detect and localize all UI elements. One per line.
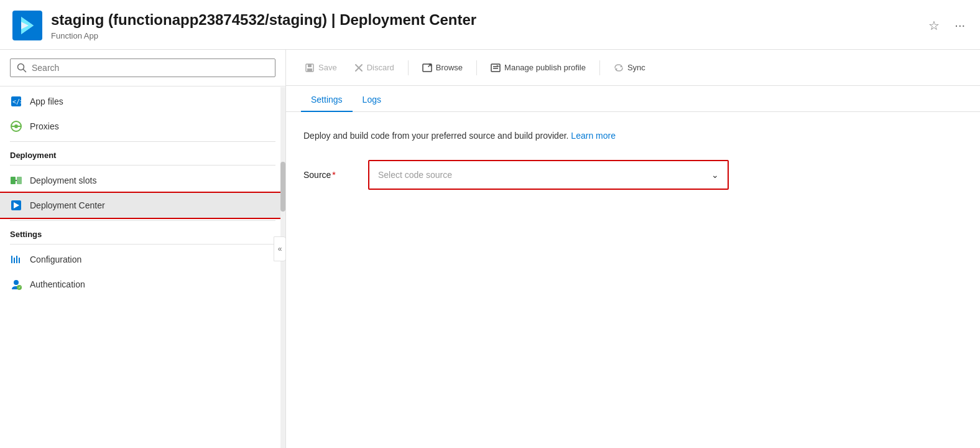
svg-rect-12: [17, 177, 22, 184]
save-button[interactable]: Save: [298, 59, 343, 77]
settings-divider-2: [10, 244, 275, 245]
deployment-divider: [10, 141, 275, 142]
svg-line-4: [24, 70, 26, 72]
manage-publish-label: Manage publish profile: [504, 63, 586, 72]
source-select-placeholder: Select code source: [378, 170, 452, 180]
tab-logs[interactable]: Logs: [353, 86, 391, 112]
sidebar-item-configuration-label: Configuration: [30, 254, 81, 264]
sidebar-item-app-files[interactable]: </> App files: [0, 89, 285, 114]
app-files-icon: </>: [10, 95, 22, 108]
sidebar: </> App files Proxies: [0, 50, 286, 448]
discard-icon: [354, 63, 363, 72]
manage-publish-button[interactable]: Manage publish profile: [484, 59, 592, 77]
sidebar-item-app-files-label: App files: [30, 96, 63, 106]
svg-rect-24: [308, 64, 312, 67]
source-select-dropdown[interactable]: Select code source ⌄: [369, 161, 728, 189]
sidebar-item-deployment-slots-label: Deployment slots: [30, 175, 96, 185]
tab-settings[interactable]: Settings: [301, 86, 353, 112]
header-actions: ☆ ···: [926, 16, 968, 35]
learn-more-link[interactable]: Learn more: [571, 131, 616, 141]
sidebar-item-proxies[interactable]: Proxies: [0, 114, 285, 139]
sidebar-item-authentication[interactable]: ✓ Authentication: [0, 272, 285, 297]
sidebar-item-configuration[interactable]: Configuration: [0, 247, 285, 272]
deployment-divider-2: [10, 165, 275, 166]
svg-rect-16: [11, 256, 12, 263]
search-container: [0, 50, 285, 86]
favorite-star-icon[interactable]: ☆: [926, 16, 942, 35]
browse-icon: [422, 63, 432, 73]
toolbar: Save Discard Browse: [286, 50, 980, 86]
main-layout: </> App files Proxies: [0, 50, 980, 448]
save-icon: [305, 63, 315, 73]
content-area: Save Discard Browse: [286, 50, 980, 448]
header-text-group: staging (functionapp23874532/staging) | …: [51, 10, 926, 40]
required-star: *: [332, 170, 335, 180]
discard-label: Discard: [367, 63, 394, 72]
configuration-icon: [10, 253, 22, 266]
manage-publish-icon: [491, 63, 501, 73]
deployment-center-icon: [10, 199, 22, 212]
more-options-icon[interactable]: ···: [952, 16, 968, 35]
discard-button[interactable]: Discard: [348, 59, 400, 76]
browse-button[interactable]: Browse: [416, 59, 469, 77]
deployment-section-header: Deployment: [0, 144, 285, 162]
svg-text:✓: ✓: [18, 286, 21, 289]
sync-icon: [614, 63, 624, 73]
sidebar-nav: </> App files Proxies: [0, 86, 285, 448]
toolbar-separator-3: [599, 60, 600, 75]
sidebar-item-deployment-center[interactable]: Deployment Center: [0, 193, 285, 218]
sidebar-item-proxies-label: Proxies: [30, 121, 59, 131]
settings-divider: [10, 220, 275, 221]
tab-bar: Settings Logs: [286, 86, 980, 112]
sidebar-item-deployment-slots[interactable]: Deployment slots: [0, 168, 285, 193]
search-icon: [17, 63, 27, 73]
settings-section-header: Settings: [0, 223, 285, 241]
sync-label: Sync: [627, 63, 645, 72]
sidebar-collapse-button[interactable]: «: [274, 236, 286, 261]
resource-type: Function App: [51, 31, 926, 40]
svg-point-8: [14, 124, 18, 128]
svg-point-20: [14, 280, 19, 285]
svg-text:</>: </>: [12, 98, 22, 105]
sidebar-scrollbar[interactable]: [280, 87, 285, 448]
authentication-icon: ✓: [10, 278, 22, 291]
svg-rect-25: [307, 68, 312, 72]
source-select-container: Select code source ⌄: [368, 160, 729, 190]
deployment-slots-icon: [10, 174, 22, 187]
search-box[interactable]: [10, 58, 275, 77]
svg-rect-17: [14, 258, 15, 263]
svg-rect-19: [19, 258, 20, 263]
save-label: Save: [318, 63, 337, 72]
sync-button[interactable]: Sync: [608, 59, 652, 77]
sidebar-item-authentication-label: Authentication: [30, 279, 85, 289]
sidebar-scrollbar-thumb: [280, 162, 285, 212]
svg-rect-18: [16, 256, 17, 263]
app-logo: [12, 11, 42, 40]
main-content: Deploy and build code from your preferre…: [286, 112, 980, 448]
proxies-icon: [10, 120, 22, 133]
header: staging (functionapp23874532/staging) | …: [0, 0, 980, 50]
page-title: staging (functionapp23874532/staging) | …: [51, 10, 926, 29]
toolbar-separator-2: [476, 60, 477, 75]
description-text: Deploy and build code from your preferre…: [303, 129, 963, 142]
svg-rect-29: [491, 64, 500, 72]
browse-label: Browse: [436, 63, 463, 72]
toolbar-separator-1: [408, 60, 409, 75]
search-input[interactable]: [32, 63, 269, 73]
source-label: Source*: [303, 170, 353, 180]
sidebar-item-deployment-center-label: Deployment Center: [30, 200, 105, 210]
svg-rect-11: [11, 177, 16, 184]
chevron-down-icon: ⌄: [711, 170, 719, 180]
source-form-row: Source* Select code source ⌄: [303, 160, 963, 190]
